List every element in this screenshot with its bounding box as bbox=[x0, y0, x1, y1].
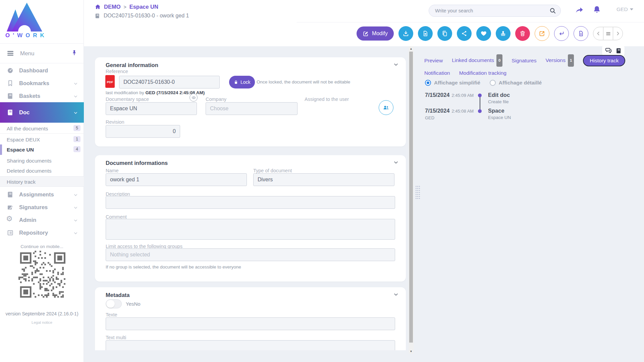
sidebar-item-bookmarks[interactable]: Bookmarks bbox=[0, 77, 84, 90]
groups-select[interactable] bbox=[106, 248, 395, 261]
sidebar-subitem-deleted-documents[interactable]: Deleted documents bbox=[0, 166, 84, 176]
entry-detail: Espace UN bbox=[488, 115, 511, 120]
sidebar-item-signatures[interactable]: Signatures bbox=[0, 201, 84, 214]
breadcrumb-space[interactable]: Espace UN bbox=[129, 4, 158, 10]
type-select[interactable] bbox=[253, 173, 394, 186]
pdf-file-icon: PDF bbox=[105, 75, 115, 88]
texte-input[interactable] bbox=[106, 317, 395, 330]
entry-time: 2:45:09 AM bbox=[451, 93, 474, 98]
sidebar-subitem-sharing-documents[interactable]: Sharing documents bbox=[0, 156, 84, 166]
tab-badge: 0 bbox=[496, 54, 502, 67]
hamburger-icon bbox=[7, 50, 14, 57]
assign-users-button[interactable] bbox=[379, 100, 393, 115]
tab-preview[interactable]: Preview bbox=[424, 55, 443, 66]
modify-button[interactable]: Modify bbox=[357, 26, 394, 41]
lock-button[interactable]: Lock bbox=[229, 76, 255, 88]
search-input[interactable] bbox=[435, 5, 546, 16]
svg-text:PDF: PDF bbox=[107, 80, 113, 84]
favorite-button[interactable] bbox=[476, 26, 491, 41]
profile-dropdown[interactable]: GED bbox=[616, 6, 633, 12]
open-external-button[interactable] bbox=[535, 26, 549, 41]
sidebar-item-label: Doc bbox=[19, 109, 30, 116]
tab-linked-documents[interactable]: Linked documents0 bbox=[452, 54, 502, 67]
sidebar-item-label: Baskets bbox=[19, 93, 40, 99]
pin-icon[interactable] bbox=[71, 50, 77, 56]
tab-versions[interactable]: Versions1 bbox=[545, 54, 574, 67]
yesno-toggle[interactable] bbox=[106, 299, 122, 308]
documentary-space-input[interactable] bbox=[106, 102, 197, 115]
download-button[interactable] bbox=[398, 26, 413, 41]
comment-textarea[interactable] bbox=[106, 219, 395, 240]
radio-affichage-simplifie[interactable]: Affichage simplifié bbox=[425, 80, 480, 86]
book-icon bbox=[7, 109, 14, 116]
book-icon bbox=[7, 191, 14, 198]
sidebar-item-label: Bookmarks bbox=[19, 80, 49, 86]
trash-icon bbox=[519, 30, 526, 37]
qr-code bbox=[18, 251, 65, 298]
company-select[interactable] bbox=[206, 102, 298, 115]
stamp-button[interactable] bbox=[496, 26, 511, 41]
bell-icon[interactable] bbox=[592, 5, 601, 14]
sidebar-subitem-espace-deux[interactable]: Espace DEUX 1 bbox=[0, 134, 84, 145]
legal-notice-link[interactable]: Legal notice bbox=[0, 320, 84, 324]
chevron-right-icon bbox=[615, 31, 621, 36]
search-icon[interactable] bbox=[549, 7, 556, 14]
delete-button[interactable] bbox=[515, 26, 530, 41]
previous-document-button[interactable] bbox=[593, 27, 603, 40]
reference-input[interactable] bbox=[119, 76, 220, 88]
sidebar-item-admin[interactable]: ⚙ Admin bbox=[0, 214, 84, 227]
scroll-up-arrow[interactable]: ▲ bbox=[409, 46, 414, 51]
sidebar-item-repository[interactable]: Repository bbox=[0, 227, 84, 239]
display-mode-radios: Affichage simplifié Affichage détaillé bbox=[425, 80, 542, 86]
tab-history-track[interactable]: History track bbox=[583, 55, 625, 66]
sidebar-item-baskets[interactable]: Baskets bbox=[0, 90, 84, 103]
copy-button[interactable] bbox=[437, 26, 452, 41]
document-preview-button[interactable] bbox=[574, 26, 588, 41]
collapse-chevron-icon[interactable] bbox=[393, 62, 398, 67]
share-forward-icon[interactable] bbox=[574, 5, 584, 14]
sidebar-subitem-all-documents[interactable]: All the documents 5 bbox=[0, 123, 84, 134]
profile-label: GED bbox=[616, 6, 628, 12]
caret-down-icon bbox=[630, 8, 633, 10]
list-box-icon bbox=[7, 229, 14, 236]
timeline-entry: 7/15/20242:45:09 AM Edit doc Create file bbox=[425, 92, 640, 107]
description-input[interactable] bbox=[106, 196, 395, 209]
text-multi-textarea[interactable] bbox=[106, 340, 395, 350]
radio-affichage-detaille[interactable]: Affichage détaillé bbox=[490, 80, 542, 86]
scroll-down-arrow[interactable]: ▼ bbox=[409, 349, 414, 354]
scrollbar-thumb[interactable] bbox=[409, 52, 413, 343]
menu-toggle[interactable]: Menu bbox=[0, 44, 84, 63]
return-document-button[interactable] bbox=[554, 26, 569, 41]
sidebar-subitem-history-track[interactable]: History track bbox=[0, 176, 84, 187]
panel-resize-handle[interactable] bbox=[415, 185, 420, 199]
count-badge: 5 bbox=[73, 125, 80, 131]
sidebar-item-assignments[interactable]: Assignments bbox=[0, 188, 84, 201]
sidebar-subitem-espace-un[interactable]: Espace UN 4 bbox=[0, 144, 84, 155]
share-button[interactable] bbox=[457, 26, 472, 41]
document-informations-card: Document informations Name Type of docum… bbox=[95, 155, 406, 282]
search-bar bbox=[429, 5, 561, 17]
document-list-button[interactable] bbox=[603, 27, 613, 40]
home-icon[interactable] bbox=[95, 4, 101, 10]
name-input[interactable] bbox=[106, 173, 247, 186]
collapse-chevron-icon[interactable] bbox=[393, 292, 398, 297]
collapse-chevron-icon[interactable] bbox=[393, 160, 398, 165]
tab-notification[interactable]: Notification bbox=[424, 67, 450, 78]
eye-icon[interactable] bbox=[190, 94, 198, 102]
assigned-user-label: Assigned to the user bbox=[305, 97, 349, 102]
upload-file-button[interactable] bbox=[418, 26, 433, 41]
journal-icon[interactable] bbox=[615, 48, 622, 54]
tab-signatures[interactable]: Signatures bbox=[512, 55, 536, 66]
comments-icon[interactable] bbox=[605, 47, 612, 54]
sidebar-item-dashboard[interactable]: Dashboard bbox=[0, 64, 84, 77]
metadata-card: Metadata YesNo Texte Text multi bbox=[95, 287, 406, 350]
breadcrumb-root[interactable]: DEMO bbox=[104, 4, 121, 10]
next-document-button[interactable] bbox=[613, 27, 623, 40]
sidebar-item-doc[interactable]: Doc bbox=[0, 102, 84, 123]
revision-input[interactable] bbox=[106, 125, 180, 138]
bookmark-icon bbox=[7, 80, 14, 87]
subitem-label: History track bbox=[7, 179, 36, 185]
general-information-card: General information Reference PDF Lock O… bbox=[95, 57, 406, 146]
tab-modification-tracking[interactable]: Modification tracking bbox=[459, 67, 506, 78]
logo-mountain-icon bbox=[5, 2, 43, 32]
